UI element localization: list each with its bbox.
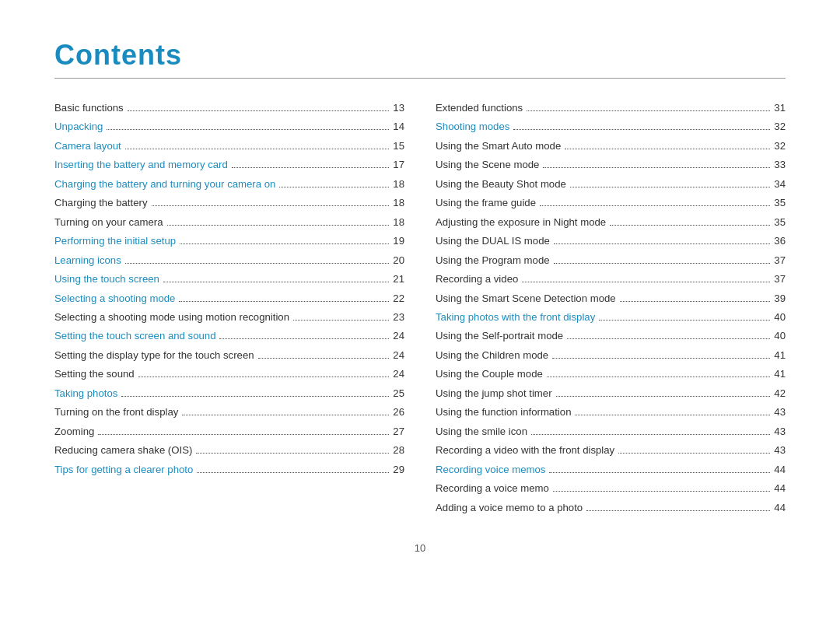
page-num: 29 — [393, 462, 404, 478]
toc-entry[interactable]: Setting the display type for the touch s… — [54, 348, 404, 363]
toc-entry[interactable]: Performing the initial setup19 — [54, 233, 404, 249]
dots — [567, 338, 770, 339]
entry-text: Setting the touch screen and sound — [54, 328, 215, 344]
toc-entry[interactable]: Reducing camera shake (OIS)28 — [54, 443, 404, 458]
toc-entry[interactable]: Using the Smart Scene Detection mode39 — [436, 291, 786, 306]
toc-entry[interactable]: Selecting a shooting mode22 — [54, 291, 404, 306]
dots — [565, 149, 770, 149]
entry-text: Inserting the battery and memory card — [54, 157, 228, 173]
dots — [513, 129, 770, 130]
dots — [553, 491, 770, 492]
dots — [258, 358, 390, 359]
page-num: 40 — [774, 328, 786, 344]
toc-entry[interactable]: Using the Smart Auto mode32 — [436, 138, 786, 154]
dots — [121, 396, 389, 397]
entry-text: Tips for getting a clearer photo — [54, 462, 193, 478]
dots — [180, 243, 389, 244]
toc-entry[interactable]: Learning icons20 — [54, 253, 404, 268]
dots — [586, 510, 770, 511]
toc-entry[interactable]: Charging the battery and turning your ca… — [54, 177, 404, 192]
toc-entry[interactable]: Recording voice memos44 — [436, 462, 786, 478]
entry-text: Using the Beauty Shot mode — [436, 177, 566, 192]
toc-entry[interactable]: Using the Scene mode33 — [436, 157, 786, 173]
dots — [219, 338, 389, 339]
entry-text: Using the DUAL IS mode — [436, 233, 550, 249]
dots — [196, 453, 389, 454]
toc-entry[interactable]: Inserting the battery and memory card17 — [54, 157, 404, 173]
page-num: 20 — [393, 253, 404, 268]
toc-entry[interactable]: Recording a video with the front display… — [436, 443, 786, 458]
page-num: 33 — [774, 157, 786, 173]
page-num: 32 — [774, 119, 786, 135]
page-num: 21 — [393, 271, 404, 287]
toc-entry[interactable]: Using the touch screen21 — [54, 271, 404, 287]
toc-entry[interactable]: Turning on the front display26 — [54, 405, 404, 420]
page-num: 24 — [393, 328, 404, 344]
toc-entry[interactable]: Using the Self-portrait mode40 — [436, 328, 786, 344]
dots — [618, 453, 770, 454]
dots — [599, 320, 770, 321]
page-num: 37 — [774, 271, 786, 287]
dots — [107, 129, 389, 130]
page-num: 43 — [774, 405, 786, 420]
toc-columns: Basic functions13Unpacking14Camera layou… — [54, 100, 786, 519]
toc-entry[interactable]: Shooting modes32 — [436, 119, 786, 135]
toc-entry[interactable]: Setting the sound24 — [54, 366, 404, 382]
toc-entry[interactable]: Recording a voice memo44 — [436, 481, 786, 496]
entry-text: Using the smile icon — [436, 424, 527, 440]
toc-entry[interactable]: Turning on your camera18 — [54, 215, 404, 230]
dots — [554, 243, 770, 244]
toc-entry[interactable]: Basic functions13 — [54, 100, 404, 116]
toc-entry[interactable]: Using the function information43 — [436, 405, 786, 420]
page-num: 22 — [393, 291, 404, 306]
dots — [125, 263, 390, 264]
entry-text: Reducing camera shake (OIS) — [54, 443, 192, 458]
toc-entry[interactable]: Using the Program mode37 — [436, 253, 786, 268]
toc-entry[interactable]: Using the jump shot timer42 — [436, 386, 786, 401]
page-num: 17 — [393, 157, 404, 173]
toc-entry[interactable]: Using the smile icon43 — [436, 424, 786, 440]
page-num: 18 — [393, 195, 404, 211]
toc-entry[interactable]: Using the Beauty Shot mode34 — [436, 177, 786, 192]
entry-text: Using the touch screen — [54, 271, 159, 287]
title-divider — [54, 78, 786, 79]
toc-entry[interactable]: Unpacking14 — [54, 119, 404, 135]
toc-entry[interactable]: Adding a voice memo to a photo44 — [436, 500, 786, 516]
toc-entry[interactable]: Setting the touch screen and sound24 — [54, 328, 404, 344]
toc-entry[interactable]: Selecting a shooting mode using motion r… — [54, 310, 404, 325]
page-num: 24 — [393, 366, 404, 382]
page-num: 41 — [774, 366, 786, 382]
toc-entry[interactable]: Recording a video37 — [436, 271, 786, 287]
dots — [128, 110, 390, 111]
page-num: 15 — [393, 138, 404, 154]
toc-entry[interactable]: Using the Children mode41 — [436, 348, 786, 363]
page-number: 10 — [54, 542, 786, 554]
dots — [152, 205, 390, 206]
toc-entry[interactable]: Extended functions31 — [436, 100, 786, 116]
entry-text: Using the Scene mode — [436, 157, 539, 173]
page-num: 43 — [774, 424, 786, 440]
entry-text: Camera layout — [54, 138, 121, 154]
entry-text: Using the Children mode — [436, 348, 548, 363]
page-num: 35 — [774, 195, 786, 211]
dots — [98, 434, 389, 435]
entry-text: Basic functions — [54, 100, 124, 116]
toc-entry[interactable]: Charging the battery18 — [54, 195, 404, 211]
toc-entry[interactable]: Zooming27 — [54, 424, 404, 440]
page-num: 19 — [393, 233, 404, 249]
entry-text: Selecting a shooting mode — [54, 291, 175, 306]
toc-entry[interactable]: Using the Couple mode41 — [436, 366, 786, 382]
toc-entry[interactable]: Taking photos with the front display40 — [436, 310, 786, 325]
toc-entry[interactable]: Camera layout15 — [54, 138, 404, 154]
entry-text: Using the Couple mode — [436, 366, 543, 382]
toc-entry[interactable]: Using the frame guide35 — [436, 195, 786, 211]
entry-text: Using the jump shot timer — [436, 386, 552, 401]
toc-entry[interactable]: Adjusting the exposure in Night mode35 — [436, 215, 786, 230]
entry-text: Learning icons — [54, 253, 121, 268]
toc-entry[interactable]: Using the DUAL IS mode36 — [436, 233, 786, 249]
toc-entry[interactable]: Tips for getting a clearer photo29 — [54, 462, 404, 478]
page-num: 43 — [774, 443, 786, 458]
entry-text: Using the Self-portrait mode — [436, 328, 563, 344]
entry-text: Using the frame guide — [436, 195, 536, 211]
toc-entry[interactable]: Taking photos25 — [54, 386, 404, 401]
